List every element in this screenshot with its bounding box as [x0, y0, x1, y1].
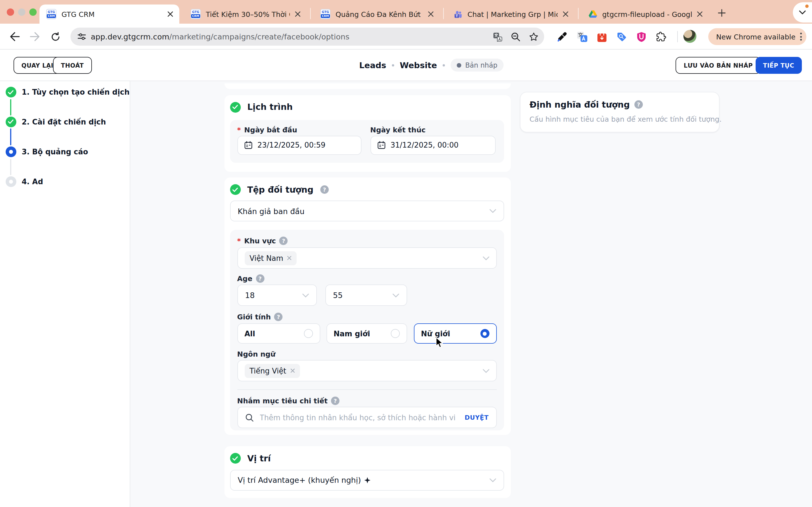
chevron-down-icon — [490, 209, 496, 213]
step-ad-set[interactable]: 3. Bộ quảng cáo — [5, 147, 88, 157]
radio-unchecked-icon[interactable] — [391, 329, 400, 338]
bookmark-star-icon[interactable] — [526, 29, 541, 44]
zoom-icon[interactable] — [508, 29, 523, 44]
placement-select[interactable]: Vị trí Advantage+ (khuyến nghị) — [230, 469, 504, 491]
color-picker-extension-icon[interactable] — [556, 31, 568, 43]
tab-divider — [578, 8, 578, 19]
section-title: Vị trí — [247, 453, 271, 463]
tab-quang-cao[interactable]: GTGCRM Quảng Cáo Đa Kênh Bứt Phá — [313, 4, 440, 24]
tab-gtg-crm[interactable]: GTGCRM GTG CRM — [40, 4, 179, 24]
site-settings-icon[interactable] — [77, 32, 86, 41]
help-icon[interactable] — [635, 100, 643, 109]
close-tab-icon[interactable] — [166, 10, 175, 18]
region-label: * Khu vực — [237, 237, 288, 245]
breadcrumb-website: Website — [400, 61, 437, 69]
step-connector — [10, 159, 11, 175]
help-icon[interactable] — [331, 397, 340, 405]
detailed-targeting-input[interactable] — [259, 413, 460, 422]
step-campaign-options[interactable]: 1. Tùy chọn tạo chiến dịch — [5, 87, 130, 98]
check-circle-icon — [5, 116, 16, 127]
exit-button[interactable]: THOÁT — [53, 57, 92, 74]
gender-option-female[interactable]: Nữ giới — [414, 323, 497, 344]
chevron-down-icon — [483, 369, 489, 373]
radio-unchecked-icon[interactable] — [304, 329, 313, 338]
close-tab-icon[interactable] — [426, 10, 435, 18]
toolbar: app.dev.gtgcrm.com/marketing/campaigns/c… — [0, 24, 812, 50]
toolbar-divider — [677, 31, 678, 42]
age-min-select[interactable]: 18 — [237, 284, 317, 306]
extensions-puzzle-icon[interactable] — [655, 31, 667, 43]
tab-divider — [310, 8, 311, 19]
radio-checked-icon[interactable] — [480, 329, 489, 338]
url-host: app.dev.gtgcrm.com — [91, 32, 169, 41]
gtg-crm-favicon: GTGCRM — [320, 9, 331, 19]
start-date-input[interactable]: 23/12/2025, 00:59 — [237, 135, 361, 155]
help-icon[interactable] — [256, 274, 264, 283]
tab-title: GTG CRM — [61, 10, 162, 18]
chrome-update-chip[interactable]: New Chrome available — [708, 28, 806, 45]
region-select[interactable]: Việt Nam — [237, 247, 497, 269]
translate-page-icon[interactable] — [490, 29, 505, 44]
close-tab-icon[interactable] — [695, 10, 704, 18]
close-window-button[interactable] — [7, 8, 14, 15]
gender-label: Giới tính — [237, 313, 283, 321]
minimize-window-button[interactable] — [18, 8, 26, 15]
end-date-input[interactable]: 31/12/2025, 00:00 — [370, 135, 495, 155]
stepper-sidebar: 1. Tùy chọn tạo chiến dịch 2. Cài đặt ch… — [0, 81, 130, 507]
step-connector — [10, 128, 11, 145]
more-menu-icon[interactable] — [800, 33, 802, 41]
tab-teams-chat[interactable]: Chat | Marketing Grp | Micros — [447, 4, 574, 24]
google-translate-extension-icon[interactable] — [576, 31, 588, 43]
age-label: Age — [237, 274, 264, 283]
help-icon[interactable] — [274, 313, 283, 321]
update-notification-dot — [805, 4, 809, 8]
browse-link[interactable]: DUYỆT — [465, 414, 489, 421]
url-text[interactable]: app.dev.gtgcrm.com/marketing/campaigns/c… — [91, 32, 349, 41]
audience-definition-title: Định nghĩa đối tượng — [529, 100, 643, 110]
age-max-value: 55 — [333, 291, 343, 300]
chevron-down-icon — [392, 293, 399, 297]
back-icon[interactable] — [8, 30, 21, 43]
reload-icon[interactable] — [49, 30, 62, 43]
age-max-select[interactable]: 55 — [325, 284, 407, 306]
tab-search-button[interactable] — [793, 2, 812, 22]
shopping-bag-extension-icon[interactable] — [596, 31, 608, 43]
forward-icon[interactable] — [28, 30, 42, 43]
audience-preset-value: Khán giả ban đầu — [238, 207, 305, 216]
step-campaign-settings[interactable]: 2. Cài đặt chiến dịch — [5, 116, 106, 127]
audience-section: Tệp đối tượng Khán giả ban đầu * Khu vực… — [224, 177, 511, 435]
new-tab-button[interactable] — [715, 6, 728, 20]
chevron-down-icon — [302, 293, 309, 297]
app-header: QUAY LẠI THOÁT Leads Website Bản nháp LƯ… — [0, 50, 812, 81]
gender-option-all[interactable]: All — [237, 323, 320, 344]
placement-value: Vị trí Advantage+ (khuyến nghị) — [238, 476, 361, 485]
remove-tag-icon[interactable] — [287, 256, 292, 260]
remove-tag-icon[interactable] — [290, 369, 295, 373]
profile-avatar[interactable] — [683, 30, 696, 43]
close-tab-icon[interactable] — [561, 10, 570, 18]
detailed-targeting-search[interactable]: DUYỆT — [237, 407, 497, 428]
audience-preset-select[interactable]: Khán giả ban đầu — [230, 201, 504, 221]
continue-button[interactable]: TIẾP TỤC — [756, 57, 802, 74]
check-circle-icon — [230, 184, 241, 195]
step-ad[interactable]: 4. Ad — [5, 176, 43, 187]
close-tab-icon[interactable] — [293, 10, 302, 18]
price-tag-extension-icon[interactable] — [615, 31, 627, 43]
tab-tiet-kiem[interactable]: GTGCRM Tiết Kiệm 30–50% Thời Gian — [184, 4, 307, 24]
scrolled-card-bottom — [224, 83, 511, 89]
save-draft-button[interactable]: LƯU VÀO BẢN NHÁP — [676, 57, 761, 74]
language-tag: Tiếng Việt — [245, 363, 300, 378]
panel-divider — [237, 389, 497, 390]
calendar-icon — [377, 141, 386, 149]
address-bar[interactable]: app.dev.gtgcrm.com/marketing/campaigns/c… — [70, 27, 544, 46]
maximize-window-button[interactable] — [29, 8, 37, 15]
u-shield-extension-icon[interactable] — [635, 31, 647, 43]
tab-google-drive[interactable]: gtgcrm-fileupload - Google D — [581, 4, 709, 24]
end-date-label: Ngày kết thúc — [370, 125, 426, 134]
language-select[interactable]: Tiếng Việt — [237, 360, 497, 381]
end-date-value: 31/12/2025, 00:00 — [391, 141, 458, 149]
help-icon[interactable] — [320, 185, 329, 194]
gender-option-male[interactable]: Nam giới — [326, 323, 407, 344]
section-title: Tệp đối tượng — [247, 184, 313, 194]
help-icon[interactable] — [280, 237, 288, 245]
